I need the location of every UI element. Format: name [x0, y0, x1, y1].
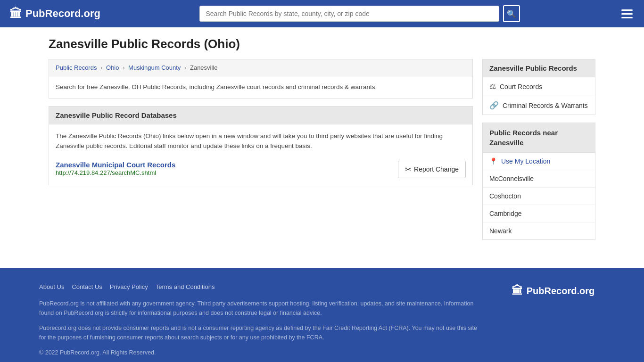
content-left: Public Records › Ohio › Muskingum County… [49, 59, 473, 240]
sidebar-section1-title: Zanesville Public Records [482, 59, 595, 77]
sidebar: Zanesville Public Records ⚖ Court Record… [482, 59, 595, 240]
report-change-button[interactable]: ✂ Report Change [398, 161, 466, 178]
nearby-coshocton[interactable]: Coshocton [483, 188, 595, 205]
mcconnelsville-label: McConnelsville [489, 175, 534, 182]
footer-copyright: © 2022 PubRecord.org. All Rights Reserve… [39, 348, 482, 357]
cambridge-label: Cambridge [489, 210, 521, 217]
menu-line-2 [621, 13, 633, 15]
footer-logo-icon: 🏛 [512, 284, 523, 297]
nearby-cambridge[interactable]: Cambridge [483, 205, 595, 222]
main-wrapper: Zanesville Public Records (Ohio) Public … [39, 27, 605, 249]
breadcrumb-link-muskingum[interactable]: Muskingum County [128, 64, 181, 71]
coshocton-label: Coshocton [489, 192, 521, 200]
page-title: Zanesville Public Records (Ohio) [49, 37, 595, 51]
databases-body: The Zanesville Public Records (Ohio) lin… [49, 124, 473, 185]
court-records-icon: ⚖ [489, 82, 496, 91]
nearby-links: 📍 Use My Location McConnelsville Coshoct… [482, 153, 595, 240]
header: 🏛 PubRecord.org 🔍 [0, 0, 644, 27]
footer-left: About Us Contact Us Privacy Policy Terms… [39, 282, 482, 357]
menu-button[interactable] [619, 8, 635, 20]
logo-icon: 🏛 [9, 7, 22, 21]
report-change-label: Report Change [414, 165, 459, 173]
breadcrumb-link-public-records[interactable]: Public Records [56, 64, 97, 71]
search-area: 🔍 [199, 5, 520, 22]
footer-about-us[interactable]: About Us [39, 282, 64, 292]
breadcrumb-link-ohio[interactable]: Ohio [106, 64, 119, 71]
databases-description: The Zanesville Public Records (Ohio) lin… [56, 131, 466, 151]
location-icon: 📍 [489, 157, 497, 165]
footer-logo-text: PubRecord.org [527, 286, 594, 296]
report-change-icon: ✂ [405, 165, 411, 174]
use-my-location-label: Use My Location [501, 157, 550, 165]
sidebar-link-court-records-label: Court Records [500, 83, 542, 90]
breadcrumb-sep-1: › [100, 64, 102, 71]
sidebar-link-criminal-records[interactable]: 🔗 Criminal Records & Warrants [483, 96, 595, 115]
sidebar-links: ⚖ Court Records 🔗 Criminal Records & War… [482, 77, 595, 115]
record-title-link[interactable]: Zanesville Municipal Court Records [56, 161, 175, 169]
sidebar-section2-title: Public Records near Zanesville [482, 123, 595, 153]
logo-text: PubRecord.org [25, 8, 100, 20]
content-layout: Public Records › Ohio › Muskingum County… [49, 59, 595, 240]
footer-logo: 🏛 PubRecord.org [512, 284, 594, 297]
site-logo[interactable]: 🏛 PubRecord.org [9, 7, 100, 21]
description-text: Search for free Zanesville, OH Public Re… [56, 83, 377, 90]
nearby-title-text: Public Records near Zanesville [489, 129, 558, 147]
search-input[interactable] [199, 6, 499, 22]
footer-disclaimer1: PubRecord.org is not affiliated with any… [39, 299, 482, 318]
breadcrumb: Public Records › Ohio › Muskingum County… [49, 59, 473, 76]
footer-nav: About Us Contact Us Privacy Policy Terms… [39, 282, 482, 292]
footer: About Us Contact Us Privacy Policy Terms… [0, 268, 644, 362]
breadcrumb-current: Zanesville [190, 64, 218, 71]
criminal-records-icon: 🔗 [489, 101, 499, 110]
nearby-mcconnelsville[interactable]: McConnelsville [483, 170, 595, 188]
breadcrumb-sep-2: › [123, 64, 124, 71]
nearby-newark[interactable]: Newark [483, 222, 595, 239]
sidebar-link-court-records[interactable]: ⚖ Court Records [483, 77, 595, 96]
menu-line-3 [621, 17, 633, 18]
use-my-location-link[interactable]: 📍 Use My Location [483, 153, 595, 170]
footer-terms[interactable]: Terms and Conditions [156, 282, 215, 292]
databases-title: Zanesville Public Record Databases [56, 111, 177, 119]
menu-line-1 [621, 9, 633, 11]
record-url-link[interactable]: http://74.219.84.227/searchMC.shtml [56, 169, 156, 176]
footer-contact-us[interactable]: Contact Us [72, 282, 102, 292]
record-entry: Zanesville Municipal Court Records http:… [56, 161, 466, 178]
newark-label: Newark [489, 227, 512, 235]
footer-privacy-policy[interactable]: Privacy Policy [110, 282, 148, 292]
breadcrumb-sep-3: › [184, 64, 186, 71]
databases-header: Zanesville Public Record Databases [49, 106, 473, 124]
footer-disclaimer2: Pubrecord.org does not provide consumer … [39, 323, 482, 342]
footer-inner: About Us Contact Us Privacy Policy Terms… [39, 282, 605, 357]
record-info: Zanesville Municipal Court Records http:… [56, 161, 175, 176]
description-box: Search for free Zanesville, OH Public Re… [49, 76, 473, 99]
footer-right: 🏛 PubRecord.org [501, 282, 605, 357]
sidebar-link-criminal-records-label: Criminal Records & Warrants [503, 102, 588, 109]
search-icon: 🔍 [507, 9, 516, 18]
search-button[interactable]: 🔍 [503, 5, 520, 22]
